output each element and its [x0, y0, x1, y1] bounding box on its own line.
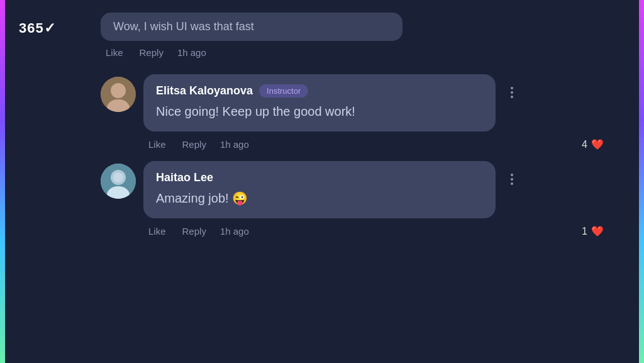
elitsa-like-button[interactable]: Like [146, 138, 169, 151]
haitao-more-options-button[interactable] [508, 171, 516, 187]
haitao-comment-text: Amazing job! 😜 [156, 189, 483, 207]
elitsa-heart-count: 4 ❤️ [582, 138, 604, 150]
more-dot-4 [511, 174, 513, 176]
comments-container: Wow, I wish UI was that fast Like Reply … [0, 0, 644, 363]
haitao-reply-button[interactable]: Reply [180, 225, 209, 238]
svg-point-7 [113, 172, 123, 182]
partial-comment-text: Wow, I wish UI was that fast [113, 20, 254, 33]
haitao-comment-actions: Like Reply 1h ago 1 ❤️ [143, 218, 606, 240]
elitsa-comment-time: 1h ago [220, 139, 249, 150]
partial-comment-bubble: Wow, I wish UI was that fast [101, 13, 402, 41]
more-dot-6 [511, 182, 513, 185]
partial-reply-button[interactable]: Reply [137, 46, 166, 59]
app-logo: 365✓ [19, 20, 56, 36]
elitsa-reply-button[interactable]: Reply [180, 138, 209, 151]
haitao-heart-number: 1 [582, 226, 587, 237]
haitao-comment-content: Haitao Lee Amazing job! 😜 Like Reply 1h … [143, 161, 606, 240]
more-dot-1 [511, 87, 513, 89]
elitsa-comment-content: Elitsa Kaloyanova Instructor Nice going!… [143, 74, 606, 154]
elitsa-comment-text: Nice going! Keep up the good work! [156, 103, 483, 120]
elitsa-more-options-button[interactable] [508, 84, 516, 101]
haitao-comment-bubble: Haitao Lee Amazing job! 😜 [143, 161, 496, 218]
svg-point-3 [113, 86, 123, 96]
haitao-comment-row: Haitao Lee Amazing job! 😜 Like Reply 1h … [101, 161, 606, 240]
more-dot-5 [511, 178, 513, 181]
elitsa-author-name: Elitsa Kaloyanova [156, 84, 253, 98]
logo-text: 365 [19, 20, 44, 36]
elitsa-comment-bubble: Elitsa Kaloyanova Instructor Nice going!… [143, 74, 496, 131]
elitsa-avatar [101, 77, 136, 112]
haitao-heart-icon: ❤️ [591, 225, 604, 237]
partial-like-button[interactable]: Like [103, 46, 126, 59]
haitao-comment-time: 1h ago [220, 226, 249, 237]
elitsa-comment-actions: Like Reply 1h ago 4 ❤️ [143, 131, 606, 154]
svg-point-2 [107, 99, 130, 112]
elitsa-heart-icon: ❤️ [591, 138, 604, 150]
logo-symbol: ✓ [44, 20, 56, 36]
haitao-comment-header: Haitao Lee [156, 171, 483, 184]
haitao-author-name: Haitao Lee [156, 171, 213, 184]
partial-comment-section: Wow, I wish UI was that fast Like Reply … [101, 13, 606, 64]
elitsa-avatar-image [101, 77, 136, 112]
more-dot-2 [511, 91, 513, 94]
more-dot-3 [511, 96, 513, 98]
partial-comment-actions: Like Reply 1h ago [101, 41, 606, 64]
elitsa-comment-row: Elitsa Kaloyanova Instructor Nice going!… [101, 74, 606, 154]
haitao-heart-count: 1 ❤️ [582, 225, 604, 237]
elitsa-heart-number: 4 [582, 139, 587, 150]
haitao-like-button[interactable]: Like [146, 225, 169, 238]
haitao-avatar [101, 164, 136, 199]
elitsa-instructor-badge: Instructor [259, 84, 308, 98]
partial-comment-time: 1h ago [177, 47, 206, 58]
haitao-avatar-image [101, 164, 136, 199]
elitsa-comment-header: Elitsa Kaloyanova Instructor [156, 84, 483, 98]
